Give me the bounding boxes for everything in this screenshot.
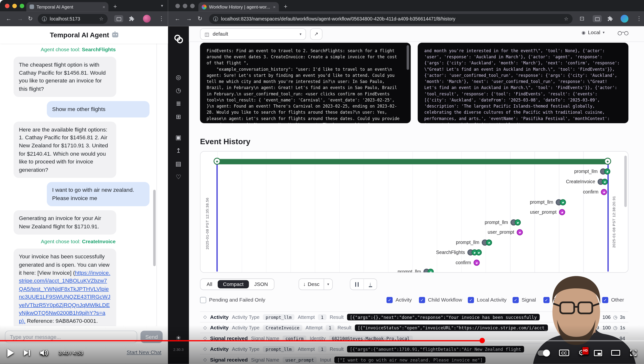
forward-icon[interactable]: → bbox=[17, 15, 23, 22]
signal-marker-icon[interactable] bbox=[474, 259, 480, 266]
bookmark-star-icon[interactable]: ☆ bbox=[564, 16, 568, 22]
workflow-end-marker-icon[interactable] bbox=[604, 158, 611, 165]
progress-scrubber[interactable] bbox=[480, 338, 485, 343]
extension-chip-icon[interactable] bbox=[593, 15, 602, 22]
browser-tab[interactable]: Workflow History | agent-wor... × bbox=[198, 2, 279, 12]
browser-tab[interactable]: Temporal AI Agent × bbox=[26, 2, 108, 12]
tab-list-chevron-icon[interactable]: ▾ bbox=[161, 3, 163, 8]
activity-marker-icon[interactable] bbox=[510, 219, 521, 225]
data-encoder-glasses-icon[interactable] bbox=[618, 31, 628, 36]
close-tab-icon[interactable]: × bbox=[273, 4, 276, 9]
workflow-result-code-panel[interactable]: and month you're interested in for the e… bbox=[418, 43, 628, 123]
checkbox-checked[interactable]: ✓ bbox=[512, 297, 518, 303]
expand-row-icon[interactable]: ◇ bbox=[203, 325, 206, 330]
profile-avatar[interactable] bbox=[143, 15, 151, 23]
timeline-row[interactable]: confirm bbox=[200, 188, 607, 196]
window-controls[interactable] bbox=[176, 4, 195, 8]
deployments-nav-icon[interactable]: ≣ bbox=[168, 100, 189, 107]
checkbox-checked[interactable]: ✓ bbox=[419, 297, 425, 303]
activity-marker-icon[interactable] bbox=[556, 199, 566, 205]
fullscreen-button[interactable] bbox=[629, 349, 638, 357]
checkbox-unchecked[interactable] bbox=[200, 297, 206, 303]
workflow-span-bar[interactable] bbox=[217, 159, 608, 164]
new-tab-button[interactable]: + bbox=[114, 2, 117, 11]
start-new-chat-link[interactable]: Start New Chat bbox=[126, 350, 162, 356]
timeline-row[interactable]: CreateInvoice bbox=[200, 178, 608, 185]
forward-icon[interactable]: → bbox=[186, 15, 192, 22]
activity-marker-icon[interactable] bbox=[598, 178, 608, 185]
scrollbar-thumb[interactable] bbox=[153, 190, 156, 266]
kebab-menu-icon[interactable]: ⋮ bbox=[158, 15, 164, 22]
maximize-window-icon[interactable] bbox=[20, 4, 24, 8]
signal-marker-icon[interactable] bbox=[559, 209, 565, 215]
activity-marker-icon[interactable] bbox=[424, 268, 434, 273]
minimize-window-icon[interactable] bbox=[12, 4, 17, 8]
checkbox-checked[interactable]: ✓ bbox=[386, 297, 392, 303]
filter-child-workflow[interactable]: ✓ Child Workflow bbox=[419, 296, 462, 304]
extensions-puzzle-icon[interactable] bbox=[607, 16, 613, 22]
sort-control[interactable]: ↓Desc ▾ bbox=[298, 278, 333, 290]
activity-marker-icon[interactable] bbox=[468, 249, 482, 255]
timeline-row[interactable]: prompt_llm bbox=[200, 168, 610, 175]
activity-marker-icon[interactable] bbox=[600, 168, 610, 174]
close-window-icon[interactable] bbox=[176, 4, 180, 8]
pause-button[interactable] bbox=[350, 279, 364, 290]
next-button[interactable] bbox=[24, 350, 30, 356]
expand-row-icon[interactable]: ◇ bbox=[203, 314, 206, 320]
site-info-icon[interactable] bbox=[213, 16, 218, 21]
player-progress-bar[interactable] bbox=[0, 340, 644, 341]
cluster-select[interactable]: ◉ Local ▾ bbox=[582, 30, 604, 36]
close-window-icon[interactable] bbox=[5, 4, 10, 8]
address-box[interactable]: localhost:5173 ☆ bbox=[38, 14, 108, 24]
miniplayer-button[interactable] bbox=[594, 350, 602, 356]
tab-json[interactable]: JSON bbox=[249, 280, 273, 288]
docs-nav-icon[interactable]: ▤ bbox=[168, 160, 189, 168]
filter-local-activity[interactable]: ✓ Local Activity bbox=[468, 296, 507, 304]
theater-mode-button[interactable] bbox=[611, 350, 620, 356]
activity-marker-icon[interactable] bbox=[482, 239, 492, 246]
minimize-window-icon[interactable] bbox=[183, 4, 187, 8]
autoplay-toggle[interactable] bbox=[538, 350, 550, 356]
url-text[interactable]: localhost:8233/namespaces/default/workfl… bbox=[221, 16, 561, 21]
workflows-nav-icon[interactable]: ◎ bbox=[168, 74, 189, 81]
workflow-start-marker-icon[interactable] bbox=[214, 158, 221, 165]
invoice-link[interactable]: https://invoice.stripe.com/i/acct_1NBOLu… bbox=[19, 270, 110, 324]
timeline-scrollbar-thumb[interactable] bbox=[624, 156, 627, 207]
timeline-row[interactable]: user_prompt bbox=[200, 208, 565, 216]
timeline-row[interactable]: user_prompt bbox=[200, 228, 523, 236]
filter-activity[interactable]: ✓ Activity bbox=[386, 296, 412, 304]
back-icon[interactable]: ← bbox=[175, 15, 180, 22]
checkbox-checked[interactable]: ✓ bbox=[468, 297, 474, 303]
nexus-nav-icon[interactable]: ▣ bbox=[168, 134, 189, 141]
maximize-window-icon[interactable] bbox=[190, 4, 195, 8]
timeline-row[interactable]: prompt_llm bbox=[200, 218, 521, 226]
extension-chip-icon[interactable] bbox=[114, 15, 123, 22]
play-button[interactable] bbox=[7, 349, 14, 357]
archive-nav-icon[interactable]: ⊞ bbox=[168, 113, 189, 120]
side-panel-icon[interactable]: ⊡ bbox=[580, 15, 584, 22]
kebab-menu-icon[interactable]: ⋮ bbox=[636, 15, 642, 22]
site-info-icon[interactable] bbox=[42, 16, 47, 21]
volume-icon[interactable] bbox=[40, 350, 49, 356]
workflow-input-code-panel[interactable]: FindEvents: Find an event to travel to 2… bbox=[200, 43, 411, 123]
address-box[interactable]: localhost:8233/namespaces/default/workfl… bbox=[209, 14, 572, 24]
sort-chevron-icon[interactable]: ▾ bbox=[324, 279, 332, 290]
reload-icon[interactable]: ↻ bbox=[198, 15, 202, 22]
tab-all[interactable]: All bbox=[201, 280, 218, 288]
pending-failed-filter[interactable]: Pending and Failed Only bbox=[200, 296, 266, 304]
import-nav-icon[interactable]: ↥ bbox=[168, 147, 189, 154]
code-scrollbar-thumb[interactable] bbox=[407, 45, 409, 70]
namespace-select[interactable]: ◫ default ▾ bbox=[200, 28, 306, 40]
timeline-row[interactable]: prompt_llm bbox=[200, 268, 434, 273]
window-controls[interactable] bbox=[5, 4, 24, 8]
profile-avatar[interactable] bbox=[620, 15, 628, 23]
captions-button[interactable]: CC bbox=[559, 350, 569, 356]
feedback-heart-icon[interactable]: ♡ bbox=[168, 174, 189, 181]
settings-button[interactable]: ⚙ HD bbox=[578, 349, 585, 356]
signal-marker-icon[interactable] bbox=[601, 189, 607, 195]
open-external-button[interactable]: ↗ bbox=[310, 28, 322, 40]
extensions-puzzle-icon[interactable] bbox=[128, 16, 134, 22]
schedules-nav-icon[interactable]: ◷ bbox=[168, 86, 189, 94]
url-text[interactable]: localhost:5173 bbox=[50, 16, 96, 21]
signal-marker-icon[interactable] bbox=[517, 229, 523, 235]
